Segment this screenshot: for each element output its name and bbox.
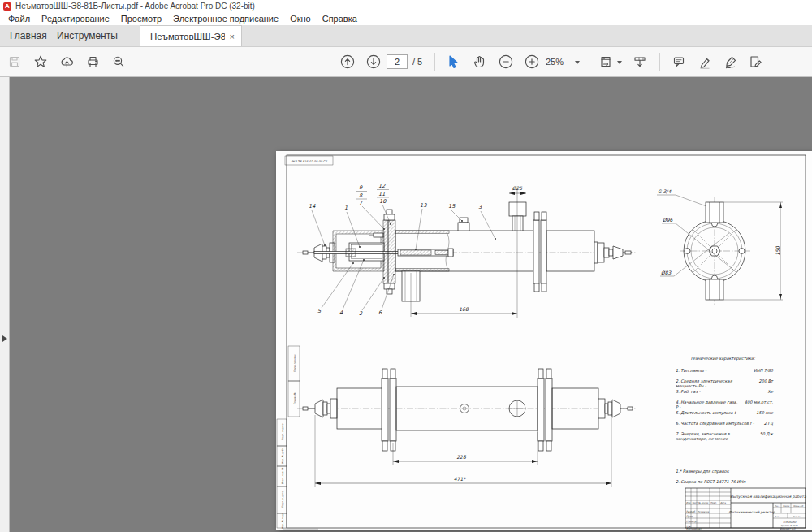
document-area: ВКР.Э8-81Б.02.00.00 СБ Перв. примен. Спр… <box>0 77 812 532</box>
spec-item: 4. Начальное давление газа, Р -400 мм.рт… <box>676 400 773 410</box>
menu-esign[interactable]: Электронное подписание <box>167 14 284 24</box>
callout-number: 7 <box>359 200 363 206</box>
main-toolbar: 2 / 5 25% <box>0 47 812 77</box>
callout-number: 5 <box>317 308 322 314</box>
callout-number: 1 <box>344 205 348 211</box>
page-count-label: / 5 <box>412 57 422 67</box>
toolbar-separator <box>434 53 435 71</box>
callout-number: 10 <box>379 198 387 205</box>
dimension-label: 150 <box>775 245 780 256</box>
spec-item: 6. Частота следования импульсов f -2 Гц <box>676 421 773 431</box>
spec-item: 1. Тип лампы -ИНП 7/80 <box>676 368 773 378</box>
navigation-pane-strip[interactable] <box>0 77 10 532</box>
callout-number: 15 <box>448 203 456 210</box>
star-favorites-icon[interactable] <box>32 54 49 70</box>
tab-tools[interactable]: Инструменты <box>50 25 124 46</box>
print-icon[interactable] <box>84 54 101 70</box>
window-titlebar: A НеъматовШШ-Э8-81Б-Листы.pdf - Adobe Ac… <box>0 0 812 12</box>
fit-page-icon[interactable] <box>598 54 614 70</box>
title-block-cell: Пров. <box>686 515 693 518</box>
callout-number: 8 <box>359 192 363 199</box>
callout-number: 11 <box>378 191 385 197</box>
drawing-notes: 1.* Размеры для справок 2. Сварка по ГОС… <box>676 466 745 487</box>
title-block-header: Лист <box>775 516 780 518</box>
dimension-label: 471* <box>454 476 466 482</box>
side-view: 228 471* <box>297 369 637 487</box>
specs-title: Технические характеристики: <box>690 356 806 361</box>
fit-dropdown-caret-icon[interactable] <box>617 61 622 64</box>
frame-label: Подп. и дата <box>281 424 284 441</box>
tab-document[interactable]: НеъматовШШ-Э8-... × <box>140 25 242 46</box>
title-block-org: ТПУ ИнЭО <box>783 521 797 524</box>
footer-copy-label: Копировал <box>686 527 702 530</box>
section-view: Ø25 168 14 1 9 8 7 12 <box>297 183 637 318</box>
spec-item: 2. Средняя электрическая мощность Рн -20… <box>676 378 773 389</box>
previous-page-icon[interactable] <box>339 54 356 70</box>
select-tool-icon[interactable] <box>445 54 461 70</box>
title-block-header: Изм. <box>686 502 691 504</box>
frame-label: Справ. № <box>293 392 296 404</box>
frame-label: Инв. № дубл. <box>281 448 284 465</box>
end-view: G 3/4 Ø96 Ø83 150 <box>657 188 783 305</box>
menu-help[interactable]: Справка <box>317 14 363 24</box>
title-block: Изм. Лист № докум. Подп. Дата Разраб. Не… <box>685 488 806 528</box>
dimension-label: Ø83 <box>661 270 672 275</box>
callout-number: 12 <box>378 183 386 189</box>
comment-icon[interactable] <box>671 54 687 70</box>
pdf-page-canvas[interactable]: ВКР.Э8-81Б.02.00.00 СБ Перв. примен. Спр… <box>276 151 812 530</box>
spec-item: 5. Длительность импульса t -150 мкс <box>676 410 773 421</box>
zoom-in-icon[interactable] <box>524 54 540 70</box>
technical-characteristics: Технические характеристики: 1. Тип лампы… <box>676 356 806 442</box>
footer-format-label: Формат А3 <box>780 527 796 530</box>
menu-window[interactable]: Окно <box>284 14 317 24</box>
spec-item: 3. Раб. газ -Хе <box>676 389 773 400</box>
title-block-header: Дата <box>720 502 726 504</box>
next-page-icon[interactable] <box>365 54 382 70</box>
title-block-project: Выпускная квалификационная работа <box>730 495 806 499</box>
dimension-label: 168 <box>459 306 469 312</box>
tab-bar: Главная Инструменты НеъматовШШ-Э8-... × <box>0 25 812 47</box>
tab-close-icon[interactable]: × <box>230 32 235 41</box>
spec-item: 7. Энергия, запасаемая в конденсаторе, н… <box>676 431 773 442</box>
toolbar-separator <box>659 53 660 71</box>
title-block-header: Масса <box>783 505 789 508</box>
menu-edit[interactable]: Редактирование <box>36 14 115 24</box>
tab-home[interactable]: Главная <box>3 25 54 46</box>
tab-document-label: НеъматовШШ-Э8-... <box>150 32 225 41</box>
title-block-cell: Неъматов <box>698 510 709 513</box>
cloud-upload-icon[interactable] <box>58 54 75 70</box>
title-block-header: № докум. <box>698 502 709 504</box>
menu-bar: Файл Редактирование Просмотр Электронное… <box>0 12 812 25</box>
title-block-name: Фотохимический реактор <box>729 510 775 514</box>
frame-label: Перв. примен. <box>293 354 296 373</box>
zoom-out-icon[interactable] <box>498 54 514 70</box>
nav-panel-toggle-icon[interactable] <box>2 335 7 342</box>
highlighter-icon[interactable] <box>697 54 713 70</box>
frame-label: Взам. инв. № <box>281 467 284 484</box>
callout-number: 6 <box>378 309 382 316</box>
zoom-dropdown-caret-icon[interactable] <box>575 61 580 64</box>
page-number-input[interactable]: 2 <box>387 54 408 69</box>
fill-and-sign-icon[interactable] <box>747 54 763 70</box>
sign-pen-icon[interactable] <box>723 54 739 70</box>
zoom-level-value[interactable]: 25% <box>546 57 564 67</box>
title-block-header: Масштаб <box>793 505 803 508</box>
callout-number: 2 <box>359 310 363 317</box>
dimension-label: G 3/4 <box>658 188 671 194</box>
menu-view[interactable]: Просмотр <box>115 14 167 24</box>
search-icon[interactable] <box>110 54 127 70</box>
page-scrolling-icon[interactable] <box>632 54 648 70</box>
document-stamp: ВКР.Э8-81Б.02.00.00 СБ <box>291 160 327 163</box>
callout-number: 4 <box>339 309 343 316</box>
dimension-label: Ø25 <box>512 185 524 191</box>
hand-tool-icon[interactable] <box>471 54 487 70</box>
frame-label: Инв. № подл. <box>281 513 284 530</box>
title-block-header: Листов <box>793 516 801 518</box>
note-line: 1.* Размеры для справок <box>676 466 745 477</box>
title-block-header: Лит. <box>775 505 780 508</box>
callout-number: 14 <box>309 203 316 210</box>
save-icon[interactable] <box>6 54 23 70</box>
acrobat-app-icon: A <box>3 2 11 11</box>
menu-file[interactable]: Файл <box>2 14 36 24</box>
dimension-label: Ø96 <box>663 217 674 223</box>
